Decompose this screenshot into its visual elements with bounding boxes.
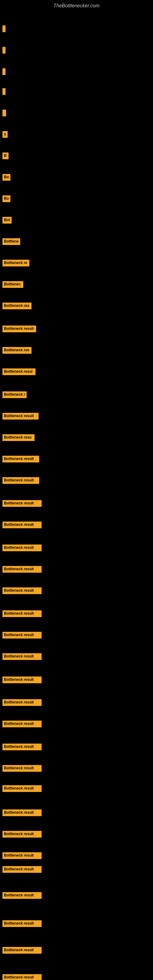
list-item: Bottleneck result — [2, 831, 41, 838]
bottleneck-label: Bottleneck result — [2, 456, 39, 463]
list-item: Bottleneck resul — [2, 368, 35, 375]
list-item: Bottleneck result — [2, 632, 41, 638]
list-item: Bottleneck result — [2, 744, 41, 750]
list-item — [2, 68, 5, 76]
list-item: Bottlene — [2, 238, 20, 245]
bottleneck-label: Bot — [2, 217, 12, 224]
list-item: Bottleneck result — [2, 477, 39, 484]
bottleneck-label: Bottleneck result — [2, 721, 41, 727]
list-item: Bo — [2, 174, 10, 181]
bottleneck-label: Bottleneck res — [2, 302, 32, 309]
list-item: Bottleneck result — [2, 892, 41, 899]
list-item: Bottleneck result — [2, 456, 39, 463]
bottleneck-label: Bottleneck result — [2, 413, 38, 420]
bottleneck-label: Bo — [2, 196, 10, 202]
bottleneck-label: Bottleneck result — [2, 522, 41, 528]
bottleneck-label: Bottleneck result — [2, 744, 41, 750]
list-item: s — [2, 131, 8, 138]
list-item: Bottleneck result — [2, 587, 41, 594]
bottleneck-label: Bottleneck res — [2, 347, 32, 354]
bottleneck-label: Bottleneck result — [2, 699, 41, 706]
bottleneck-label: Bottleneck resul — [2, 368, 35, 375]
bottleneck-label: Bottleneck result — [2, 920, 41, 927]
bottleneck-label: Bo — [2, 174, 10, 181]
list-item: Bottleneck re — [2, 260, 29, 266]
list-item: Bottleneck result — [2, 765, 41, 772]
list-item: Bottlenec — [2, 281, 23, 288]
bottleneck-label — [2, 47, 5, 54]
bottleneck-label: Bottleneck result — [2, 947, 41, 954]
list-item: Bottleneck result — [2, 566, 41, 573]
list-item — [2, 47, 5, 55]
list-item: Bottleneck result — [2, 610, 41, 617]
bottleneck-label — [2, 110, 6, 116]
bottleneck-label: Bottleneck result — [2, 866, 41, 873]
bottleneck-label: Bottleneck re — [2, 260, 29, 266]
list-item: Bottleneck result — [2, 326, 36, 332]
bottleneck-label: Bottleneck result — [2, 653, 41, 660]
list-item: Bottleneck result — [2, 810, 41, 816]
list-item: Bottleneck result — [2, 974, 41, 980]
list-item — [2, 25, 5, 33]
bottleneck-label — [2, 88, 5, 95]
bottleneck-label: Bottleneck result — [2, 974, 41, 980]
bottleneck-label — [2, 68, 5, 75]
bottleneck-label: Bottleneck resu — [2, 434, 35, 441]
bottleneck-label — [2, 25, 5, 32]
bottleneck-label: B — [2, 153, 9, 159]
bottleneck-label: Bottleneck result — [2, 892, 41, 899]
bottleneck-label: Bottleneck result — [2, 326, 36, 332]
list-item: Bottleneck result — [2, 785, 41, 792]
list-item: Bo — [2, 196, 10, 202]
list-item: Bottleneck res — [2, 302, 32, 309]
bottleneck-label: Bottleneck result — [2, 676, 41, 683]
site-container: TheBottlenecker.com sBBoBoBotBottleneBot… — [0, 0, 153, 980]
list-item: Bottleneck result — [2, 413, 38, 420]
list-item: Bottleneck resu — [2, 434, 35, 441]
list-item — [2, 88, 5, 96]
bottleneck-label: Bottleneck result — [2, 785, 41, 792]
list-item — [2, 110, 6, 118]
bottleneck-label: Bottleneck result — [2, 566, 41, 573]
list-item: Bottleneck result — [2, 522, 41, 528]
list-item: Bottleneck result — [2, 721, 41, 727]
list-item: Bottleneck result — [2, 852, 41, 859]
bottleneck-label: Bottleneck result — [2, 544, 41, 551]
bottleneck-label: Bottleneck result — [2, 810, 41, 816]
bottleneck-label: Bottleneck r — [2, 391, 27, 398]
bottleneck-label: Bottleneck result — [2, 587, 41, 594]
bottleneck-label: Bottleneck result — [2, 632, 41, 638]
list-item: Bottleneck result — [2, 653, 41, 660]
bottleneck-label: Bottleneck result — [2, 852, 41, 859]
list-item: Bottleneck r — [2, 391, 27, 398]
list-item: B — [2, 153, 9, 159]
bottleneck-label: Bottleneck result — [2, 500, 41, 507]
bottleneck-label: s — [2, 131, 8, 138]
site-title: TheBottlenecker.com — [0, 0, 153, 10]
list-item: Bottleneck result — [2, 699, 41, 706]
bottleneck-label: Bottleneck result — [2, 831, 41, 838]
list-item: Bottleneck result — [2, 676, 41, 683]
list-item: Bottleneck result — [2, 920, 41, 927]
bottleneck-label: Bottleneck result — [2, 477, 39, 484]
bottleneck-label: Bottlenec — [2, 281, 23, 288]
list-item: Bottleneck result — [2, 866, 41, 873]
list-item: Bot — [2, 217, 12, 224]
list-item: Bottleneck res — [2, 347, 32, 354]
list-item: Bottleneck result — [2, 500, 41, 507]
bottleneck-label: Bottleneck result — [2, 765, 41, 772]
list-item: Bottleneck result — [2, 947, 41, 954]
bottleneck-label: Bottlene — [2, 238, 20, 245]
bottleneck-label: Bottleneck result — [2, 610, 41, 617]
list-item: Bottleneck result — [2, 544, 41, 551]
